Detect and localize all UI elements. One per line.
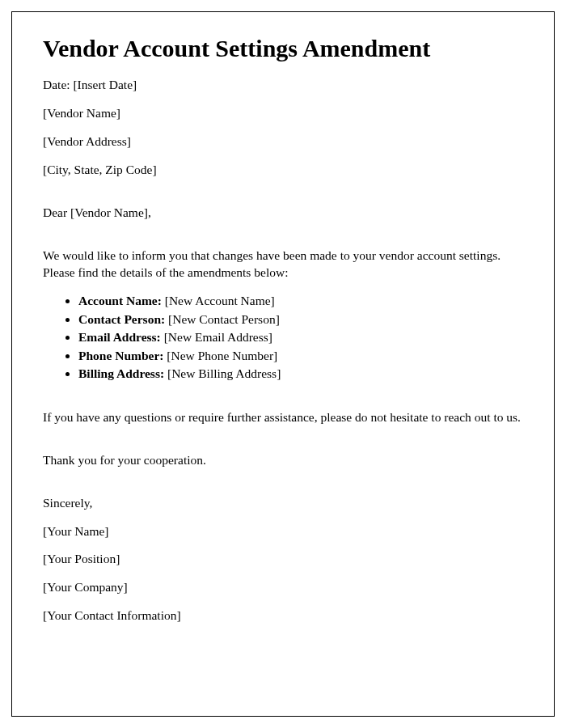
item-label: Contact Person:: [78, 312, 165, 326]
amendments-list: Account Name: [New Account Name] Contact…: [78, 292, 523, 383]
closing-line: Sincerely,: [43, 495, 523, 512]
signature-position: [Your Position]: [43, 551, 523, 568]
thanks-line: Thank you for your cooperation.: [43, 452, 523, 469]
item-value: [New Phone Number]: [163, 349, 277, 362]
item-label: Account Name:: [78, 294, 162, 307]
list-item: Phone Number: [New Phone Number]: [78, 347, 523, 365]
item-label: Email Address:: [78, 330, 161, 344]
list-item: Account Name: [New Account Name]: [78, 292, 523, 310]
salutation: Dear [Vendor Name],: [43, 205, 523, 222]
vendor-name-line: [Vendor Name]: [43, 105, 523, 122]
item-value: [New Email Address]: [161, 330, 272, 344]
vendor-city-line: [City, State, Zip Code]: [43, 162, 523, 179]
signature-company: [Your Company]: [43, 579, 523, 596]
list-item: Contact Person: [New Contact Person]: [78, 311, 523, 328]
document-title: Vendor Account Settings Amendment: [43, 35, 523, 62]
signature-contact: [Your Contact Information]: [43, 607, 523, 624]
date-line: Date: [Insert Date]: [43, 77, 523, 94]
list-item: Billing Address: [New Billing Address]: [78, 365, 523, 383]
item-value: [New Account Name]: [162, 294, 275, 307]
vendor-address-line: [Vendor Address]: [43, 133, 523, 150]
signature-name: [Your Name]: [43, 523, 523, 540]
item-label: Phone Number:: [78, 349, 163, 362]
item-value: [New Billing Address]: [164, 366, 281, 380]
intro-paragraph: We would like to inform you that changes…: [43, 248, 523, 281]
assistance-paragraph: If you have any questions or require fur…: [43, 409, 523, 426]
list-item: Email Address: [New Email Address]: [78, 328, 523, 346]
document-page: Vendor Account Settings Amendment Date: …: [11, 11, 555, 717]
item-value: [New Contact Person]: [165, 312, 280, 326]
item-label: Billing Address:: [78, 366, 164, 380]
